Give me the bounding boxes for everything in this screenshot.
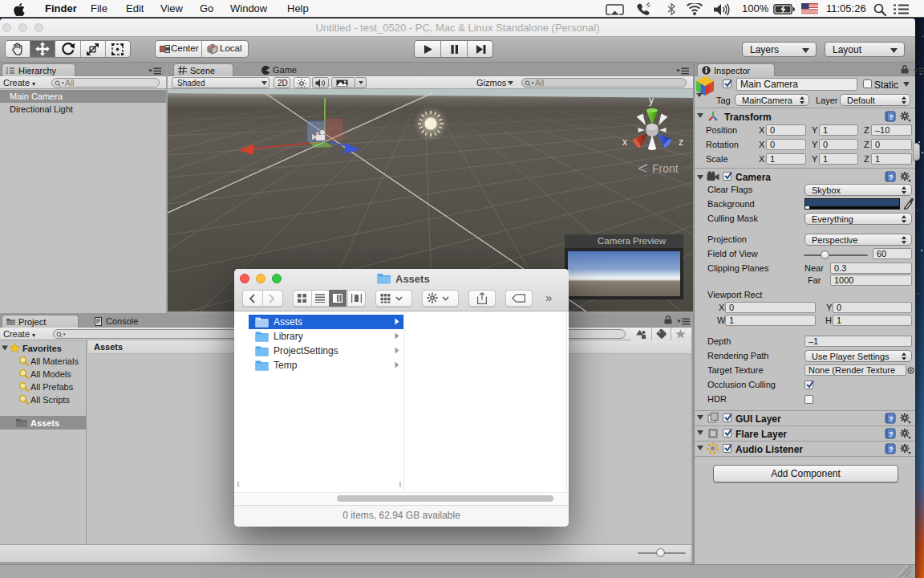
svg-text:Front: Front [652,162,679,175]
svg-text:?: ? [889,113,894,121]
svg-text:Camera Preview: Camera Preview [598,236,667,246]
svg-text:z: z [679,136,683,148]
svg-text:?: ? [889,430,894,438]
svg-text:?: ? [889,415,894,423]
svg-text:?: ? [889,173,894,181]
svg-text:y: y [649,95,654,106]
svg-text:x: x [622,136,627,148]
svg-text:?: ? [889,446,894,454]
